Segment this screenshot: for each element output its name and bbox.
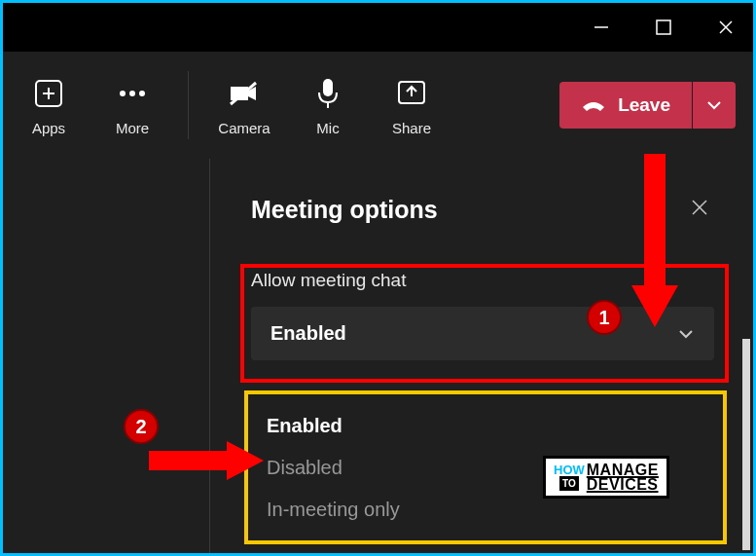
minimize-button[interactable] [582, 8, 621, 47]
meeting-toolbar: Apps More Camera Mic Share Leave [3, 52, 753, 159]
option-enabled[interactable]: Enabled [267, 405, 699, 447]
scrollbar[interactable] [742, 339, 750, 550]
allow-meeting-chat-setting: Allow meeting chat Enabled [232, 256, 734, 380]
share-icon [396, 75, 427, 112]
maximize-button[interactable] [644, 8, 683, 47]
more-button[interactable]: More [104, 75, 161, 136]
ellipsis-icon [117, 75, 148, 112]
maximize-icon [655, 19, 672, 36]
camera-off-icon [227, 75, 262, 112]
share-label: Share [392, 120, 431, 136]
svg-point-8 [129, 91, 135, 96]
side-divider [209, 159, 210, 553]
leave-button[interactable]: Leave [559, 82, 692, 129]
panel-header: Meeting options [232, 193, 734, 227]
share-button[interactable]: Share [383, 75, 440, 136]
chevron-down-icon [677, 328, 695, 340]
setting-label: Allow meeting chat [251, 270, 714, 291]
dropdown-selected-value: Enabled [270, 322, 346, 345]
chat-dropdown[interactable]: Enabled [251, 307, 714, 360]
hangup-icon [581, 95, 606, 115]
minimize-icon [593, 19, 610, 36]
close-icon [717, 19, 735, 36]
chevron-down-icon [706, 100, 722, 110]
close-window-button[interactable] [706, 8, 745, 47]
close-icon [691, 199, 708, 216]
mic-button[interactable]: Mic [300, 75, 356, 136]
mic-label: Mic [316, 120, 339, 136]
camera-button[interactable]: Camera [216, 75, 272, 136]
plus-box-icon [33, 75, 64, 112]
window-titlebar [3, 3, 753, 52]
leave-label: Leave [618, 94, 670, 116]
svg-rect-11 [323, 79, 333, 96]
svg-rect-1 [657, 20, 670, 34]
leave-dropdown-button[interactable] [693, 82, 736, 129]
mic-icon [315, 75, 341, 112]
panel-title: Meeting options [251, 196, 438, 224]
leave-button-group: Leave [559, 82, 736, 129]
apps-label: Apps [32, 120, 65, 136]
camera-label: Camera [218, 120, 270, 136]
watermark: HOW TO MANAGE DEVICES [543, 456, 669, 499]
svg-point-9 [139, 91, 145, 96]
toolbar-divider [188, 71, 189, 139]
close-panel-button[interactable] [685, 193, 714, 227]
svg-point-7 [120, 91, 126, 96]
apps-button[interactable]: Apps [20, 75, 77, 136]
more-label: More [116, 120, 149, 136]
